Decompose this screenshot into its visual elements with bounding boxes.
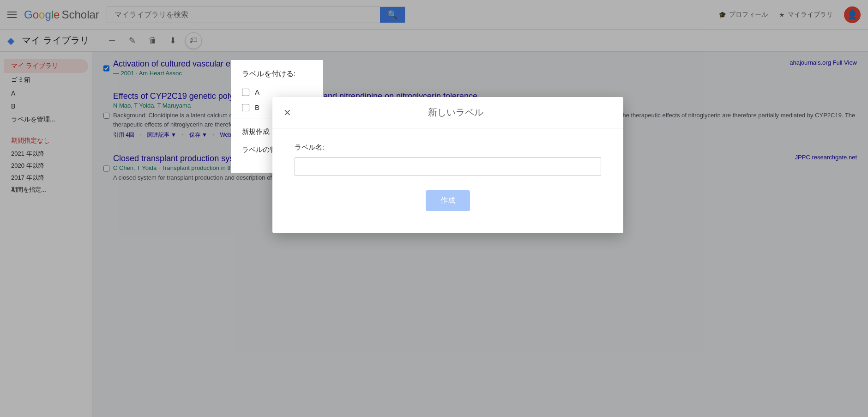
dialog-close-button[interactable]: ✕	[283, 107, 291, 118]
dropdown-checkbox-b[interactable]	[242, 104, 249, 111]
dropdown-title: ラベルを付ける:	[231, 67, 323, 85]
label-name-input[interactable]	[295, 157, 601, 175]
dropdown-label-a: A	[255, 88, 259, 96]
dialog-title: 新しいラベル	[299, 106, 612, 119]
label-name-label: ラベル名:	[295, 143, 601, 152]
dropdown-checkbox-a[interactable]	[242, 89, 249, 96]
dialog-body: ラベル名: 作成	[272, 128, 623, 233]
new-label-dialog: ✕ 新しいラベル ラベル名: 作成	[272, 97, 623, 233]
create-label-button[interactable]: 作成	[426, 190, 470, 211]
dropdown-label-b: B	[255, 103, 259, 111]
dialog-header: ✕ 新しいラベル	[272, 97, 623, 128]
